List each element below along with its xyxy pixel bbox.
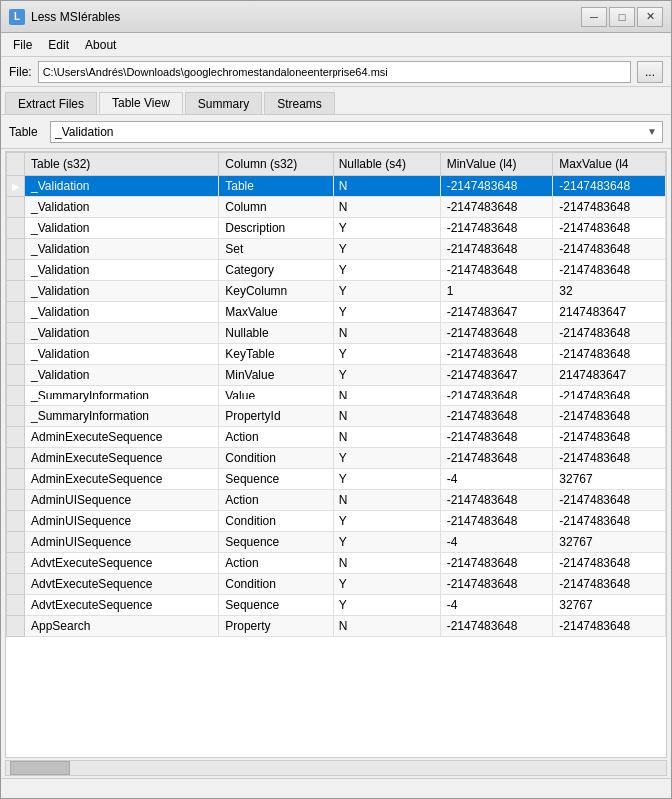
title-bar-buttons: ─ □ ✕: [581, 7, 663, 27]
table-body: ▶_ValidationTableN-2147483648-2147483648…: [7, 176, 666, 637]
cell-minvalue: -2147483648: [440, 427, 553, 448]
row-indicator: [7, 260, 25, 281]
table-row[interactable]: _ValidationNullableN-2147483648-21474836…: [7, 323, 666, 344]
cell-maxvalue: -2147483648: [553, 511, 666, 532]
cell-nullable: Y: [333, 365, 440, 386]
cell-column: Value: [219, 386, 333, 406]
col-header-nullable[interactable]: Nullable (s4): [333, 153, 440, 176]
table-row[interactable]: _ValidationMinValueY-2147483647214748364…: [7, 365, 666, 386]
cell-nullable: N: [333, 406, 440, 427]
row-indicator: [7, 490, 25, 511]
row-indicator: [7, 344, 25, 365]
cell-nullable: Y: [333, 511, 440, 532]
cell-table: AdvtExecuteSequence: [25, 553, 219, 574]
tab-table-view[interactable]: Table View: [99, 92, 183, 114]
cell-maxvalue: -2147483648: [553, 176, 666, 197]
table-row[interactable]: _ValidationColumnN-2147483648-2147483648: [7, 197, 666, 218]
cell-minvalue: -2147483648: [440, 490, 553, 511]
table-row[interactable]: AdminExecuteSequenceActionN-2147483648-2…: [7, 427, 666, 448]
cell-maxvalue: 32767: [553, 595, 666, 616]
cell-maxvalue: -2147483648: [553, 427, 666, 448]
cell-column: KeyTable: [219, 344, 333, 365]
cell-table: _Validation: [25, 281, 219, 302]
minimize-button[interactable]: ─: [581, 7, 607, 27]
table-row[interactable]: _ValidationKeyTableY-2147483648-21474836…: [7, 344, 666, 365]
table-row[interactable]: ▶_ValidationTableN-2147483648-2147483648: [7, 176, 666, 197]
window-title: Less MSIérables: [31, 10, 581, 24]
cell-table: AdminUISequence: [25, 511, 219, 532]
cell-nullable: N: [333, 616, 440, 637]
table-row[interactable]: _ValidationSetY-2147483648-2147483648: [7, 239, 666, 260]
cell-column: Sequence: [219, 469, 333, 490]
table-row[interactable]: AdvtExecuteSequenceActionN-2147483648-21…: [7, 553, 666, 574]
menu-edit[interactable]: Edit: [40, 35, 77, 55]
col-header-table[interactable]: Table (s32): [25, 153, 219, 176]
table-row[interactable]: _ValidationMaxValueY-2147483647214748364…: [7, 302, 666, 323]
col-header-indicator: [7, 153, 25, 176]
table-dropdown[interactable]: _Validation _SummaryInformation AdminExe…: [50, 121, 663, 143]
tab-extract-files[interactable]: Extract Files: [5, 92, 97, 114]
status-bar: [1, 778, 671, 798]
cell-maxvalue: 32767: [553, 469, 666, 490]
table-row[interactable]: _ValidationCategoryY-2147483648-21474836…: [7, 260, 666, 281]
cell-column: MaxValue: [219, 302, 333, 323]
cell-column: MinValue: [219, 365, 333, 386]
cell-table: AdminExecuteSequence: [25, 427, 219, 448]
file-bar: File: ...: [1, 57, 671, 87]
cell-minvalue: -2147483648: [440, 260, 553, 281]
cell-nullable: Y: [333, 344, 440, 365]
cell-minvalue: -2147483648: [440, 197, 553, 218]
table-row[interactable]: AdminUISequenceSequenceY-432767: [7, 532, 666, 553]
cell-maxvalue: -2147483648: [553, 616, 666, 637]
table-row[interactable]: AdminUISequenceConditionY-2147483648-214…: [7, 511, 666, 532]
cell-minvalue: -4: [440, 532, 553, 553]
menu-file[interactable]: File: [5, 35, 40, 55]
cell-minvalue: -2147483648: [440, 239, 553, 260]
tab-streams[interactable]: Streams: [264, 92, 335, 114]
horizontal-scrollbar[interactable]: [5, 760, 667, 776]
cell-minvalue: -2147483648: [440, 323, 553, 344]
cell-maxvalue: -2147483648: [553, 218, 666, 239]
cell-column: Action: [219, 553, 333, 574]
maximize-button[interactable]: □: [609, 7, 635, 27]
cell-maxvalue: 2147483647: [553, 302, 666, 323]
close-button[interactable]: ✕: [637, 7, 663, 27]
cell-table: _Validation: [25, 176, 219, 197]
cell-minvalue: 1: [440, 281, 553, 302]
table-row[interactable]: _ValidationDescriptionY-2147483648-21474…: [7, 218, 666, 239]
cell-minvalue: -2147483648: [440, 553, 553, 574]
scrollbar-thumb[interactable]: [10, 761, 70, 775]
table-row[interactable]: AdvtExecuteSequenceConditionY-2147483648…: [7, 574, 666, 595]
table-selector-label: Table: [9, 125, 44, 139]
cell-nullable: N: [333, 553, 440, 574]
cell-column: Category: [219, 260, 333, 281]
row-indicator: [7, 281, 25, 302]
table-row[interactable]: AppSearchPropertyN-2147483648-2147483648: [7, 616, 666, 637]
browse-button[interactable]: ...: [637, 61, 663, 83]
table-row[interactable]: _ValidationKeyColumnY132: [7, 281, 666, 302]
cell-maxvalue: -2147483648: [553, 574, 666, 595]
cell-maxvalue: -2147483648: [553, 344, 666, 365]
table-row[interactable]: AdminUISequenceActionN-2147483648-214748…: [7, 490, 666, 511]
col-header-maxvalue[interactable]: MaxValue (l4: [553, 153, 666, 176]
table-row[interactable]: AdminExecuteSequenceSequenceY-432767: [7, 469, 666, 490]
cell-minvalue: -2147483648: [440, 574, 553, 595]
col-header-column[interactable]: Column (s32): [219, 153, 333, 176]
cell-table: _Validation: [25, 197, 219, 218]
file-path-input[interactable]: [38, 61, 631, 83]
data-table-container[interactable]: Table (s32) Column (s32) Nullable (s4) M…: [5, 151, 667, 758]
table-row[interactable]: _SummaryInformationValueN-2147483648-214…: [7, 386, 666, 406]
table-row[interactable]: AdvtExecuteSequenceSequenceY-432767: [7, 595, 666, 616]
cell-maxvalue: -2147483648: [553, 260, 666, 281]
cell-column: Condition: [219, 574, 333, 595]
tab-summary[interactable]: Summary: [185, 92, 262, 114]
cell-nullable: N: [333, 176, 440, 197]
cell-maxvalue: 32767: [553, 532, 666, 553]
menu-about[interactable]: About: [77, 35, 124, 55]
cell-nullable: N: [333, 490, 440, 511]
col-header-minvalue[interactable]: MinValue (l4): [440, 153, 553, 176]
cell-minvalue: -4: [440, 469, 553, 490]
table-row[interactable]: _SummaryInformationPropertyIdN-214748364…: [7, 406, 666, 427]
cell-table: _Validation: [25, 344, 219, 365]
table-row[interactable]: AdminExecuteSequenceConditionY-214748364…: [7, 448, 666, 469]
